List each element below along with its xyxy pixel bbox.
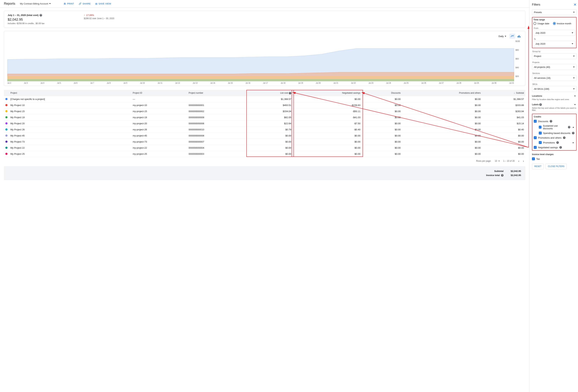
usage-date-radio[interactable]: Usage date (533, 22, 549, 25)
invoice-level-header: Invoice level charges (532, 153, 577, 156)
next-page-icon[interactable]: › (523, 159, 524, 163)
cell-project-id: my-project-26 (131, 126, 187, 133)
negotiated-savings-checkbox[interactable]: ✓Negotiated savings? (534, 146, 575, 149)
table-row[interactable]: My Project 20 my-project-20 000000000006… (4, 120, 525, 126)
help-icon[interactable]: ? (501, 174, 504, 177)
help-icon[interactable]: ? (289, 92, 291, 94)
cell-promotions: $0.00 (402, 151, 482, 157)
presets-select[interactable]: Presets (532, 9, 577, 15)
table-row[interactable]: [Charges not specific to a project] — $1… (4, 96, 525, 102)
sustained-checkbox[interactable]: ✓Sustained use discounts? (539, 124, 570, 130)
tax-checkbox[interactable]: ✓Tax (532, 157, 577, 160)
col-project[interactable]: Project (9, 90, 131, 96)
series-dot (5, 110, 7, 112)
cell-discounts: $0.00 (362, 114, 402, 120)
cell-project: My Project 10 (9, 102, 131, 108)
services-label: Services (532, 72, 576, 74)
print-button[interactable]: 🖶PRINT (64, 2, 74, 5)
cell-project-number: 000000000007 (187, 139, 247, 145)
locations-header[interactable]: Locations (532, 95, 542, 97)
chevron-down-icon[interactable] (573, 103, 577, 106)
help-icon[interactable]: ? (572, 132, 575, 134)
save-view-button[interactable]: ▤SAVE VIEW (95, 2, 111, 5)
prev-page-icon[interactable]: ‹ (518, 159, 519, 163)
trend-up-icon: ↑ (84, 14, 85, 16)
rows-per-page-select[interactable]: 10 (495, 160, 500, 162)
cell-list-cost: $493.51 (247, 102, 293, 108)
help-icon[interactable]: ? (559, 146, 562, 149)
invoice-month-radio[interactable]: Invoice month (553, 22, 571, 25)
col-project-id[interactable]: Project ID (131, 90, 187, 96)
help-icon[interactable]: ? (556, 141, 559, 144)
cell-project-id: my-project-45 (131, 133, 187, 139)
help-icon[interactable]: ? (550, 120, 552, 122)
cell-promotions: $0.00 (402, 114, 482, 120)
svg-rect-2 (520, 36, 521, 37)
table-row[interactable]: My Project 45 my-project-45 000000000008… (4, 133, 525, 139)
costs-table: Project Project ID Project number List c… (4, 90, 525, 157)
cell-discounts: $0.00 (362, 151, 402, 157)
granularity-select[interactable]: Daily (498, 35, 506, 38)
total-sub: includes -$258.66 in credits , $0.00 tax (8, 22, 45, 25)
account-selector[interactable]: My Contract Billing Account (20, 2, 51, 5)
chevron-down-icon[interactable] (573, 94, 577, 98)
col-discounts[interactable]: Discounts (362, 90, 402, 96)
help-icon[interactable]: ? (563, 137, 566, 139)
group-by-select[interactable]: Project (532, 53, 577, 59)
chevron-up-icon[interactable] (572, 126, 575, 129)
line-chart-icon[interactable] (509, 34, 515, 39)
col-project-number[interactable]: Project number (187, 90, 247, 96)
cell-discounts: $0.00 (362, 108, 402, 114)
table-row[interactable]: My Project 10 my-project-10 000000000001… (4, 102, 525, 108)
discounts-checkbox[interactable]: ✓Discounts? (534, 120, 575, 123)
bar-chart-icon[interactable] (516, 34, 522, 39)
to-label: To (534, 38, 575, 40)
cell-subtotal: $0.00 (482, 139, 525, 145)
help-icon[interactable]: ? (40, 14, 42, 16)
cell-promotions: $0.00 (402, 96, 482, 102)
promotions-checkbox[interactable]: ✓Promotions? (539, 141, 559, 144)
cell-promotions: $0.00 (402, 139, 482, 145)
share-button[interactable]: 🔗SHARE (79, 2, 91, 5)
cell-promotions: $0.00 (402, 126, 482, 133)
help-icon[interactable]: ? (539, 103, 542, 106)
cell-project: My Project 25 (9, 151, 131, 157)
table-row[interactable]: My Project 15 my-project-15 000000000002… (4, 108, 525, 114)
cell-project-number: 000000000010 (187, 126, 247, 133)
cell-project-number: 000000000002 (187, 108, 247, 114)
invoice-total-value: $2,042.95 (511, 174, 521, 177)
skus-select[interactable]: All SKUs (194) (532, 86, 577, 92)
cell-project: My Project 20 (9, 120, 131, 126)
spending-checkbox[interactable]: ✓Spending based discounts? (539, 132, 575, 135)
table-row[interactable]: My Project 19 my-project-19 000000000009… (4, 114, 525, 120)
table-row[interactable]: My Project 25 my-project-25 000000000003… (4, 151, 525, 157)
cell-subtotal: $0.00 (482, 145, 525, 151)
col-subtotal[interactable]: ↓ Subtotal (482, 90, 525, 96)
chevron-up-icon[interactable] (572, 141, 575, 144)
table-row[interactable]: My Project 22 my-project-22 000000000004… (4, 145, 525, 151)
labels-header[interactable]: Labels ? (532, 103, 542, 106)
cell-promotions: $0.00 (402, 102, 482, 108)
cell-discounts: $0.00 (362, 96, 402, 102)
col-negotiated[interactable]: Negotiated savings (293, 90, 362, 96)
link-icon: 🔗 (79, 2, 82, 5)
time-range-header: Time range (533, 18, 575, 21)
invoice-total-label: Invoice total ? (486, 174, 504, 177)
close-icon[interactable]: ✕ (574, 2, 577, 7)
cell-subtotal: $1,368.57 (482, 96, 525, 102)
cell-subtotal: $333.88 (482, 102, 525, 108)
close-filters-button[interactable]: CLOSE FILTERS (546, 163, 567, 169)
help-icon[interactable]: ? (568, 126, 570, 128)
table-row[interactable]: My Project 26 my-project-26 000000000010… (4, 126, 525, 133)
col-promotions[interactable]: Promotions and others (402, 90, 482, 96)
from-select[interactable]: July 2020 (533, 30, 575, 36)
col-list-cost[interactable]: List cost ? (247, 90, 293, 96)
labels-sub: Select the key and values of the labels … (532, 107, 577, 111)
to-select[interactable]: July 2020 (533, 41, 575, 47)
services-select[interactable]: All services (16) (532, 75, 577, 81)
table-row[interactable]: My Project 73 my-project-73 000000000007… (4, 139, 525, 145)
reset-button[interactable]: RESET (532, 163, 544, 169)
projects-select[interactable]: All projects (40) (532, 64, 577, 70)
series-dot (5, 116, 7, 118)
promotions-others-checkbox[interactable]: ✓Promotions and others? (534, 136, 575, 139)
